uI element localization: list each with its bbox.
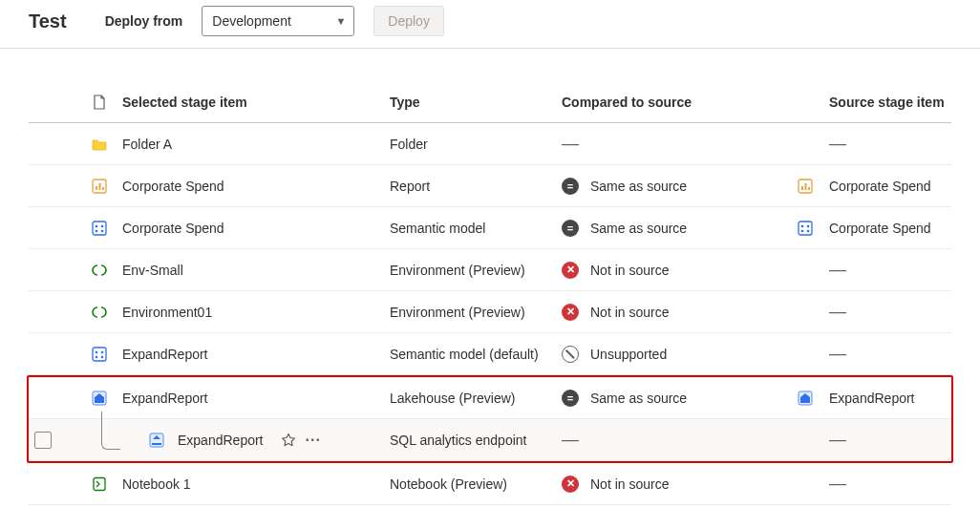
item-type: Environment (Preview) [390, 305, 562, 320]
item-name: Env-Small [122, 263, 183, 278]
deploy-button[interactable]: Deploy [373, 6, 444, 36]
col-compare[interactable]: Compared to source [562, 95, 781, 110]
semantic-model-icon [798, 221, 813, 236]
report-icon [92, 179, 107, 194]
item-type: Folder [390, 137, 562, 152]
status-unsupported-icon [562, 346, 579, 363]
col-selected-stage-item[interactable]: Selected stage item [122, 95, 390, 110]
compare-label: Not in source [590, 476, 669, 492]
table-row[interactable]: Corporate Spend Semantic model = Same as… [29, 207, 951, 249]
item-name: ExpandReport [178, 433, 264, 448]
deploy-from-label: Deploy from [105, 13, 183, 29]
item-name: ExpandReport [122, 347, 208, 362]
item-name: Folder A [122, 137, 172, 152]
report-icon [798, 179, 813, 194]
more-options-button[interactable]: ··· [306, 432, 321, 449]
item-type: Environment (Preview) [390, 263, 562, 278]
source-dash: — [829, 430, 845, 450]
table-header: Selected stage item Type Compared to sou… [29, 81, 951, 123]
item-type: Semantic model (default) [390, 347, 562, 362]
folder-icon [92, 137, 107, 152]
status-same-icon: = [562, 390, 579, 407]
semantic-model-icon [92, 221, 107, 236]
stage-title: Test [29, 11, 67, 32]
source-dash: — [829, 344, 845, 364]
item-type: Semantic model [390, 221, 562, 236]
compare-label: Same as source [590, 391, 687, 406]
item-name: Notebook 1 [122, 476, 191, 492]
stage-header: Test Deploy from Development ▼ Deploy [0, 0, 980, 49]
table-row[interactable]: Corporate Spend Report = Same as source … [29, 165, 951, 207]
environment-icon [92, 305, 107, 320]
sql-endpoint-icon [149, 433, 164, 448]
source-name: ExpandReport [829, 391, 915, 406]
chevron-down-icon: ▼ [335, 15, 346, 27]
semantic-model-icon [92, 347, 107, 362]
item-type: SQL analytics endpoint [390, 433, 562, 448]
status-not-in-source-icon: ✕ [562, 475, 579, 493]
item-type: Notebook (Preview) [390, 476, 562, 492]
status-not-in-source-icon: ✕ [562, 262, 579, 279]
compare-label: Same as source [590, 221, 687, 236]
notebook-icon [92, 476, 107, 492]
table-row[interactable]: Env-Small Environment (Preview) ✕ Not in… [29, 249, 951, 291]
item-name: Corporate Spend [122, 179, 224, 194]
item-name: Environment01 [122, 305, 212, 320]
compare-dash: — [562, 430, 578, 450]
highlighted-group: ExpandReport Lakehouse (Preview) = Same … [27, 375, 953, 463]
status-same-icon: = [562, 220, 579, 237]
deploy-source-select[interactable]: Development ▼ [202, 6, 354, 36]
col-source-stage-item[interactable]: Source stage item [829, 95, 951, 110]
status-not-in-source-icon: ✕ [562, 304, 579, 321]
source-dash: — [829, 260, 845, 280]
table-row[interactable]: Environment01 Environment (Preview) ✕ No… [29, 291, 951, 333]
status-same-icon: = [562, 178, 579, 195]
col-type[interactable]: Type [390, 95, 562, 110]
table-row-child[interactable]: ExpandReport ··· SQL analytics endpoint … [29, 419, 951, 461]
source-dash: — [829, 474, 845, 494]
file-icon [92, 95, 107, 110]
tree-connector [101, 412, 120, 450]
compare-dash: — [562, 134, 578, 154]
item-name: ExpandReport [122, 391, 208, 406]
source-dash: — [829, 134, 845, 154]
item-name: Corporate Spend [122, 221, 224, 236]
favorite-button[interactable] [281, 433, 296, 448]
table-row[interactable]: Folder A Folder — — [29, 123, 951, 165]
source-name: Corporate Spend [829, 221, 931, 236]
items-table: Selected stage item Type Compared to sou… [29, 81, 951, 505]
compare-label: Not in source [590, 263, 669, 278]
deploy-source-value: Development [212, 13, 291, 29]
table-row[interactable]: Notebook 1 Notebook (Preview) ✕ Not in s… [29, 463, 951, 505]
item-type: Lakehouse (Preview) [390, 391, 562, 406]
environment-icon [92, 263, 107, 278]
compare-label: Not in source [590, 305, 669, 320]
source-name: Corporate Spend [829, 179, 931, 194]
source-dash: — [829, 302, 845, 322]
compare-label: Unsupported [590, 347, 667, 362]
row-checkbox[interactable] [34, 432, 52, 449]
lakehouse-icon [92, 391, 107, 406]
item-type: Report [390, 179, 562, 194]
table-row[interactable]: ExpandReport Semantic model (default) Un… [29, 333, 951, 375]
lakehouse-icon [798, 391, 813, 406]
compare-label: Same as source [590, 179, 687, 194]
table-row[interactable]: ExpandReport Lakehouse (Preview) = Same … [29, 377, 951, 419]
